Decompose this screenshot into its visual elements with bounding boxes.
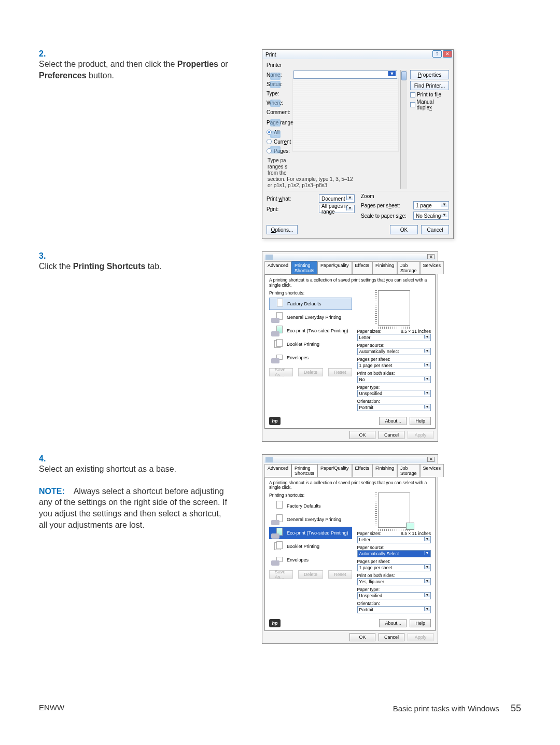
about-button[interactable]: About...	[379, 619, 407, 627]
close-icon[interactable]: ✕	[427, 254, 435, 259]
tab-printing-shortcuts[interactable]: Printing Shortcuts	[291, 261, 317, 274]
printer-name-select[interactable]	[293, 71, 397, 79]
shortcut-item-label: General Everyday Printing	[287, 517, 341, 522]
shortcut-general-everyday[interactable]: General Everyday Printing	[269, 311, 352, 324]
delete-button[interactable]: Delete	[298, 570, 323, 579]
apply-button[interactable]: Apply	[408, 633, 433, 641]
comment-label: Comment:	[267, 109, 293, 115]
manual-duplex-checkbox[interactable]	[410, 102, 415, 107]
tab-job-storage[interactable]: Job Storage	[397, 261, 420, 274]
shortcut-factory-defaults[interactable]: Factory Defaults	[269, 500, 352, 512]
properties-button[interactable]: Properties	[410, 70, 449, 79]
about-button[interactable]: About...	[379, 417, 407, 425]
step-2-body-a: Select the product, and then click the	[39, 60, 177, 68]
both-sides-select[interactable]: Yes, flip over	[357, 578, 431, 585]
ok-button[interactable]: OK	[349, 633, 375, 641]
pages-per-sheet-label-2: Pages per sheet:	[357, 357, 390, 362]
shortcut-booklet[interactable]: Booklet Printing	[269, 540, 352, 553]
orientation-select[interactable]: Portrait	[357, 606, 431, 613]
step-2-body-e: button.	[87, 71, 114, 80]
paper-type-select[interactable]: Unspecified	[357, 592, 431, 599]
paper-sizes-label: Paper sizes:	[357, 531, 382, 536]
reset-button[interactable]: Reset	[328, 368, 352, 376]
radio-current[interactable]	[267, 139, 272, 144]
status-label: Status:	[267, 81, 293, 87]
paper-sizes-select[interactable]: Letter	[357, 536, 431, 543]
range-line-d: section. For example, type 1, 3, 5–12	[267, 176, 397, 182]
paper-type-select[interactable]: Unspecified	[357, 390, 431, 397]
scrollbar[interactable]	[400, 70, 407, 189]
tab-paper-quality[interactable]: Paper/Quality	[317, 261, 352, 274]
shortcut-envelopes[interactable]: Envelopes	[269, 352, 352, 364]
shortcut-item-label: Eco-print (Two-sided Printing)	[287, 328, 348, 333]
shortcut-eco-print[interactable]: Eco-print (Two-sided Printing)	[269, 527, 352, 539]
tab-advanced[interactable]: Advanced	[264, 261, 291, 274]
shortcut-factory-defaults[interactable]: Factory Defaults	[269, 298, 352, 310]
tab-services[interactable]: Services	[420, 464, 444, 477]
cancel-button[interactable]: Cancel	[379, 431, 404, 439]
tab-services[interactable]: Services	[420, 261, 444, 274]
tab-printing-shortcuts[interactable]: Printing Shortcuts	[291, 464, 317, 477]
shortcut-envelopes[interactable]: Envelopes	[269, 554, 352, 566]
shortcut-general-everyday[interactable]: General Everyday Printing	[269, 513, 352, 526]
duplex-flip-icon	[406, 523, 414, 530]
shortcut-item-label: Factory Defaults	[287, 301, 321, 306]
paper-source-label: Paper source:	[357, 343, 385, 348]
tab-advanced[interactable]: Advanced	[264, 464, 291, 477]
both-sides-select[interactable]: No	[357, 376, 431, 383]
factory-defaults-icon	[272, 298, 284, 310]
paper-source-select[interactable]: Automatically Select	[357, 550, 431, 557]
paper-source-select[interactable]: Automatically Select	[357, 348, 431, 355]
hp-logo: hp	[269, 619, 281, 627]
ok-button[interactable]: OK	[390, 225, 418, 234]
close-icon[interactable]: ✕	[443, 50, 452, 58]
apply-button[interactable]: Apply	[408, 431, 433, 439]
scale-select[interactable]: No Scaling	[413, 212, 449, 220]
help-icon[interactable]: ?	[432, 50, 442, 58]
pages-per-sheet-select[interactable]: 1 page	[413, 201, 449, 209]
step-4-text: 4. Select an existing shortcut as a base…	[39, 454, 262, 531]
help-button[interactable]: Help	[410, 417, 431, 425]
tab-finishing[interactable]: Finishing	[372, 261, 397, 274]
printer-icon	[265, 457, 273, 462]
print-dialog-title: Print	[265, 52, 276, 58]
save-as-button[interactable]: Save As...	[269, 570, 293, 579]
radio-pages[interactable]	[267, 148, 272, 153]
help-button[interactable]: Help	[410, 619, 431, 627]
step-3-body-a: Click the	[39, 262, 73, 271]
shortcuts-description: A printing shortcut is a collection of s…	[269, 278, 431, 288]
printer-icon	[265, 255, 273, 260]
find-printer-button[interactable]: Find Printer...	[410, 81, 449, 90]
radio-all[interactable]	[267, 130, 272, 135]
cancel-button[interactable]: Cancel	[379, 633, 404, 641]
print-what-select[interactable]: Document	[319, 194, 355, 203]
range-line-e: or p1s1, p1s2, p1s3–p8s3	[267, 182, 397, 189]
printer-group-label: Printer	[267, 62, 449, 68]
paper-sizes-select[interactable]: Letter	[357, 334, 431, 341]
print-range-select[interactable]: All pages in range	[319, 205, 355, 213]
save-as-button[interactable]: Save As...	[269, 368, 293, 376]
shortcut-eco-print[interactable]: Eco-print (Two-sided Printing)	[269, 325, 352, 337]
envelopes-icon	[271, 554, 284, 566]
close-icon[interactable]: ✕	[427, 457, 435, 462]
reset-button[interactable]: Reset	[328, 570, 352, 579]
print-what-label: Print what:	[267, 196, 316, 202]
tab-effects[interactable]: Effects	[352, 261, 372, 274]
pages-per-sheet-select-2[interactable]: 1 page per sheet	[357, 362, 431, 369]
ok-button[interactable]: OK	[349, 431, 375, 439]
orientation-select[interactable]: Portrait	[357, 404, 431, 411]
options-button[interactable]: Options...	[267, 225, 298, 234]
tab-finishing[interactable]: Finishing	[372, 464, 397, 477]
tab-paper-quality[interactable]: Paper/Quality	[317, 464, 352, 477]
shortcut-booklet[interactable]: Booklet Printing	[269, 338, 352, 350]
printing-shortcuts-dialog-2: ✕ Advanced Printing Shortcuts Paper/Qual…	[262, 454, 438, 644]
radio-current-label: Current	[274, 139, 291, 145]
step-2-number: 2.	[39, 49, 60, 59]
tab-job-storage[interactable]: Job Storage	[397, 464, 420, 477]
print-to-file-checkbox[interactable]	[410, 92, 415, 97]
delete-button[interactable]: Delete	[298, 368, 323, 376]
cancel-button[interactable]: Cancel	[421, 225, 449, 234]
general-everyday-icon	[271, 312, 284, 323]
pages-per-sheet-select-2[interactable]: 1 page per sheet	[357, 564, 431, 571]
tab-effects[interactable]: Effects	[352, 464, 372, 477]
